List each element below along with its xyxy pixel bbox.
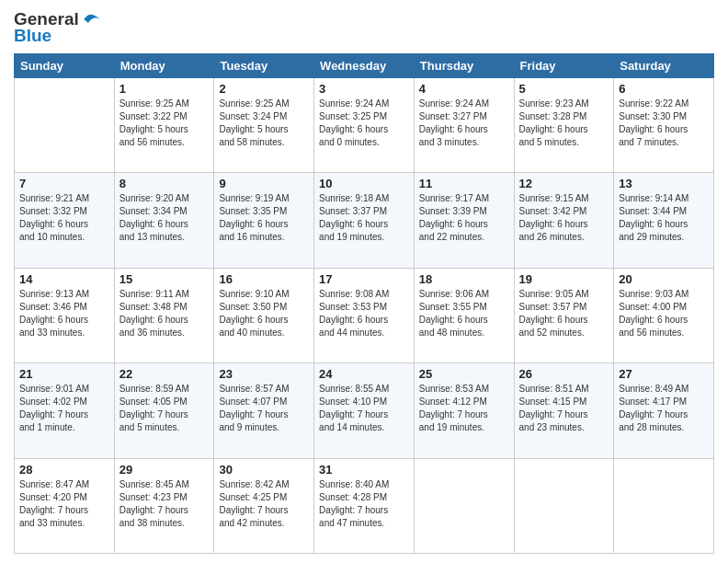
calendar-header-wednesday: Wednesday [314,54,415,78]
day-info: Sunrise: 8:49 AM Sunset: 4:17 PM Dayligh… [619,383,709,434]
day-info: Sunrise: 9:25 AM Sunset: 3:22 PM Dayligh… [119,98,210,149]
day-number: 16 [219,272,309,286]
day-info: Sunrise: 9:24 AM Sunset: 3:25 PM Dayligh… [319,98,409,149]
calendar-cell: 2Sunrise: 9:25 AM Sunset: 3:24 PM Daylig… [214,78,314,173]
day-info: Sunrise: 9:03 AM Sunset: 4:00 PM Dayligh… [619,288,709,339]
day-info: Sunrise: 9:15 AM Sunset: 3:42 PM Dayligh… [519,192,609,244]
calendar-cell: 5Sunrise: 9:23 AM Sunset: 3:28 PM Daylig… [514,78,614,173]
day-info: Sunrise: 9:01 AM Sunset: 4:02 PM Dayligh… [19,383,109,434]
day-info: Sunrise: 9:21 AM Sunset: 3:32 PM Dayligh… [19,192,109,244]
day-number: 1 [119,82,210,96]
calendar-cell: 4Sunrise: 9:24 AM Sunset: 3:27 PM Daylig… [414,78,514,173]
calendar-cell [414,458,514,553]
day-info: Sunrise: 9:20 AM Sunset: 3:34 PM Dayligh… [119,192,210,244]
day-number: 19 [519,272,609,286]
page: General Blue SundayMondayTuesdayWednesda… [0,0,728,563]
calendar-cell: 8Sunrise: 9:20 AM Sunset: 3:34 PM Daylig… [114,173,214,268]
day-info: Sunrise: 8:45 AM Sunset: 4:23 PM Dayligh… [119,478,210,530]
day-info: Sunrise: 9:23 AM Sunset: 3:28 PM Dayligh… [519,98,609,149]
day-number: 24 [319,367,409,381]
calendar-week-row: 28Sunrise: 8:47 AM Sunset: 4:20 PM Dayli… [15,458,714,553]
calendar-cell [514,458,614,553]
day-number: 3 [319,82,409,96]
day-number: 10 [319,177,409,190]
calendar-cell: 22Sunrise: 8:59 AM Sunset: 4:05 PM Dayli… [114,363,214,458]
day-info: Sunrise: 8:47 AM Sunset: 4:20 PM Dayligh… [19,478,109,530]
day-info: Sunrise: 8:53 AM Sunset: 4:12 PM Dayligh… [419,383,509,434]
calendar-cell: 23Sunrise: 8:57 AM Sunset: 4:07 PM Dayli… [214,363,314,458]
logo: General Blue [14,9,103,46]
calendar-cell: 14Sunrise: 9:13 AM Sunset: 3:46 PM Dayli… [15,268,115,362]
day-info: Sunrise: 9:11 AM Sunset: 3:48 PM Dayligh… [119,288,210,339]
day-info: Sunrise: 8:40 AM Sunset: 4:28 PM Dayligh… [319,478,409,530]
calendar-week-row: 21Sunrise: 9:01 AM Sunset: 4:02 PM Dayli… [15,363,714,458]
day-number: 23 [219,367,309,381]
day-number: 28 [19,463,109,477]
calendar-cell: 3Sunrise: 9:24 AM Sunset: 3:25 PM Daylig… [314,78,415,173]
calendar-cell: 19Sunrise: 9:05 AM Sunset: 3:57 PM Dayli… [514,268,614,362]
calendar-cell: 13Sunrise: 9:14 AM Sunset: 3:44 PM Dayli… [614,173,714,268]
calendar-cell: 16Sunrise: 9:10 AM Sunset: 3:50 PM Dayli… [214,268,314,362]
day-info: Sunrise: 8:42 AM Sunset: 4:25 PM Dayligh… [219,478,309,530]
calendar-header-thursday: Thursday [414,54,514,78]
day-info: Sunrise: 9:08 AM Sunset: 3:53 PM Dayligh… [319,288,409,339]
calendar-cell [614,458,714,553]
day-info: Sunrise: 8:57 AM Sunset: 4:07 PM Dayligh… [219,383,309,434]
calendar-cell: 25Sunrise: 8:53 AM Sunset: 4:12 PM Dayli… [414,363,514,458]
day-number: 20 [619,272,709,286]
header: General Blue [14,9,714,46]
calendar-cell: 18Sunrise: 9:06 AM Sunset: 3:55 PM Dayli… [414,268,514,362]
calendar-cell: 11Sunrise: 9:17 AM Sunset: 3:39 PM Dayli… [414,173,514,268]
day-number: 9 [219,177,309,190]
day-number: 15 [119,272,210,286]
day-number: 12 [519,177,609,190]
calendar-cell: 17Sunrise: 9:08 AM Sunset: 3:53 PM Dayli… [314,268,415,362]
day-number: 13 [619,177,709,190]
calendar-header-tuesday: Tuesday [214,54,314,78]
calendar-header-sunday: Sunday [15,54,115,78]
day-number: 14 [19,272,109,286]
day-info: Sunrise: 9:05 AM Sunset: 3:57 PM Dayligh… [519,288,609,339]
calendar-cell: 10Sunrise: 9:18 AM Sunset: 3:37 PM Dayli… [314,173,415,268]
calendar-cell: 12Sunrise: 9:15 AM Sunset: 3:42 PM Dayli… [514,173,614,268]
day-number: 30 [219,463,309,477]
calendar-header-monday: Monday [114,54,214,78]
calendar-cell [15,78,115,173]
day-number: 29 [119,463,210,477]
day-info: Sunrise: 8:59 AM Sunset: 4:05 PM Dayligh… [119,383,210,434]
day-number: 6 [619,82,709,96]
calendar-cell: 1Sunrise: 9:25 AM Sunset: 3:22 PM Daylig… [114,78,214,173]
calendar-cell: 30Sunrise: 8:42 AM Sunset: 4:25 PM Dayli… [214,458,314,553]
day-number: 4 [419,82,509,96]
calendar-cell: 27Sunrise: 8:49 AM Sunset: 4:17 PM Dayli… [614,363,714,458]
calendar-cell: 6Sunrise: 9:22 AM Sunset: 3:30 PM Daylig… [614,78,714,173]
calendar-cell: 20Sunrise: 9:03 AM Sunset: 4:00 PM Dayli… [614,268,714,362]
day-number: 11 [419,177,509,190]
calendar-cell: 9Sunrise: 9:19 AM Sunset: 3:35 PM Daylig… [214,173,314,268]
day-number: 22 [119,367,210,381]
calendar-header-saturday: Saturday [614,54,714,78]
day-number: 31 [319,463,409,477]
day-number: 5 [519,82,609,96]
calendar-cell: 15Sunrise: 9:11 AM Sunset: 3:48 PM Dayli… [114,268,214,362]
calendar-week-row: 7Sunrise: 9:21 AM Sunset: 3:32 PM Daylig… [15,173,714,268]
calendar-cell: 26Sunrise: 8:51 AM Sunset: 4:15 PM Dayli… [514,363,614,458]
calendar-week-row: 14Sunrise: 9:13 AM Sunset: 3:46 PM Dayli… [15,268,714,362]
calendar-header-row: SundayMondayTuesdayWednesdayThursdayFrid… [15,54,714,78]
day-number: 27 [619,367,709,381]
calendar-header-friday: Friday [514,54,614,78]
calendar-cell: 29Sunrise: 8:45 AM Sunset: 4:23 PM Dayli… [114,458,214,553]
day-info: Sunrise: 9:22 AM Sunset: 3:30 PM Dayligh… [619,98,709,149]
calendar-week-row: 1Sunrise: 9:25 AM Sunset: 3:22 PM Daylig… [15,78,714,173]
calendar-table: SundayMondayTuesdayWednesdayThursdayFrid… [14,53,714,554]
day-number: 2 [219,82,309,96]
day-number: 18 [419,272,509,286]
day-info: Sunrise: 9:10 AM Sunset: 3:50 PM Dayligh… [219,288,309,339]
day-number: 21 [19,367,109,381]
calendar-cell: 28Sunrise: 8:47 AM Sunset: 4:20 PM Dayli… [15,458,115,553]
day-number: 17 [319,272,409,286]
day-info: Sunrise: 9:25 AM Sunset: 3:24 PM Dayligh… [219,98,309,149]
calendar-cell: 24Sunrise: 8:55 AM Sunset: 4:10 PM Dayli… [314,363,415,458]
day-info: Sunrise: 9:24 AM Sunset: 3:27 PM Dayligh… [419,98,509,149]
day-number: 7 [19,177,109,190]
